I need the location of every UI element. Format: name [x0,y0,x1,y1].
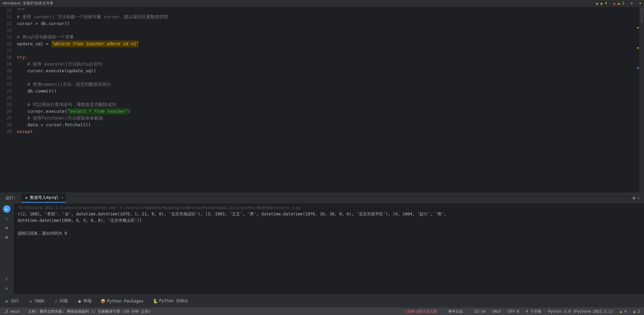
run-exit-line: 进程已结束，退出代码为 0 [18,230,640,237]
code-line-13: cursor = db.cursor() [17,20,627,27]
csdn-label: CSDN·@星川龙无差 [405,309,437,314]
line-number-15: 15 [0,34,11,41]
python-console-btn[interactable]: 🐍 Python 控制台 [151,297,190,305]
csdn-item[interactable]: CSDN·@星川龙无差 [404,309,439,314]
status-warning-count: 4 [624,309,627,314]
python-version-text: Python 3.9 (PyCharm 2021.2.1) [548,309,613,314]
indent-text: 4 个空格 [526,309,541,314]
run-clear-btn[interactable]: ✕ [3,285,10,292]
git-branch-item[interactable]: ⎇ main [3,309,21,314]
line-number-14: 14 [0,27,11,34]
run-minimize-icon[interactable]: — [637,195,640,201]
line-number-22: 22 [0,81,11,88]
run-text: 运行: [5,195,16,201]
line-number-25: 25 [0,101,11,108]
line-ending-text: CRLF [492,309,501,314]
collapse-icon[interactable]: ∧ [630,1,633,5]
code-editor[interactable]: """# 使用 cursor() 方法创建一个游标对象 cursor，默认返回元… [14,7,634,193]
line-numbers-gutter: 11121314151617181920212223242526272829 [0,7,14,193]
code-line-24 [17,95,627,101]
run-grid-btn[interactable]: ⊞ [3,234,10,241]
run-tab-bar: 运行: ● 数据导入mysql × ⚙ — [0,193,644,203]
status-bar-left: ⎇ main 文档: 翻译文档失败: 网络连接超时 // 切换翻译引擎 (38 … [3,309,400,314]
code-line-26: cursor.execute("select * from teacher") [17,108,627,115]
file-breadcrumb: database.安操IF的及文件库 [3,1,53,6]
event-log-item[interactable]: 事件日志 [447,309,464,314]
line-number-27: 27 [0,115,11,122]
code-line-17 [17,47,627,54]
position-item[interactable]: 32:14 [473,309,487,314]
error-icon: ▲ [613,1,616,5]
code-segment: cursor.execute( [17,108,67,115]
run-tab-close-btn[interactable]: × [61,196,63,200]
run-bottom-icon: ▶ [5,299,9,304]
separator-3 [468,309,469,314]
run-up-btn[interactable]: ↑ [3,275,10,283]
problems-icon: ⚠ [54,299,58,304]
warnings-count[interactable]: ▲ ▲ 4 ▲ ▲ 2 ∧ ∨ [596,1,641,5]
status-error-count: 2 [638,309,640,314]
terminal-label: 终端 [83,298,91,304]
python-packages-btn[interactable]: 📦 Python Packages [99,298,145,305]
run-output-line-1: ((2, 1002, '李四', '女', datetime.datetime(… [18,211,640,217]
terminal-icon: ▣ [77,299,82,304]
terminal-btn[interactable]: ▣ 终端 [75,297,93,305]
line-ending-item[interactable]: CRLF [491,309,503,314]
line-number-12: 12 [0,14,11,20]
todo-btn[interactable]: ☑ TODO [26,298,46,305]
indent-item[interactable]: 4 个空格 [525,309,543,314]
run-list-btn[interactable]: ≡ [3,224,10,232]
run-scroll-down-btn[interactable]: ↓ [3,215,10,222]
run-sidebar: ▶ ↓ ≡ ⊞ ↑ ✕ [0,203,14,294]
code-line-20: cursor.execute(update_sql) [17,68,627,74]
code-segment: # 使用 cursor() 方法创建一个游标对象 cursor，默认返回元素数据… [17,14,168,20]
run-play-btn[interactable]: ▶ [3,205,10,213]
run-content: ▶ ↓ ≡ ⊞ ↑ ✕ "D:\PyCharm 2021.2.1\venv\Sc… [0,203,644,294]
expand-icon[interactable]: ∨ [639,1,641,5]
run-settings-icon[interactable]: ⚙ [633,195,635,201]
python-version-item[interactable]: Python 3.9 (PyCharm 2021.2.1) [547,309,614,314]
line-number-28: 28 [0,122,11,128]
notice-text: 文档: 翻译文档失败: 网络连接超时 // 切换翻译引擎 (38 分钟 之前) [28,309,151,314]
line-number-17: 17 [0,47,11,54]
separator-2 [442,309,443,314]
run-output-panel: "D:\PyCharm 2021.2.1\venv\Scripts\python… [14,203,644,294]
packages-label: Python Packages [107,299,143,304]
top-notice-bar: database.安操IF的及文件库 ▲ ▲ 4 ▲ ▲ 2 ∧ ∨ [0,0,644,7]
problems-label: 问题 [60,298,68,304]
line-number-18: 18 [0,54,11,61]
run-tab-active[interactable]: ● 数据导入mysql × [21,193,66,203]
line-number-19: 19 [0,61,11,68]
code-line-18: try: [17,54,627,61]
code-segment: ) [128,108,131,115]
code-line-28: data = cursor.fetchall() [17,122,627,128]
code-line-16: update_sql = "delete from teacher where … [17,41,627,47]
notice-item[interactable]: 文档: 翻译文档失败: 网络连接超时 // 切换翻译引擎 (38 分钟 之前) [27,309,152,314]
code-segment: # 使用 execute()方法执行sql语句 [17,61,102,68]
problems-btn[interactable]: ⚠ 问题 [52,297,70,305]
code-line-14 [17,27,627,34]
event-log-label: 事件日志 [448,309,463,314]
scview-label: SCView [640,8,644,22]
warnings-status-item[interactable]: ▲ 4 ▲ 2 [618,309,641,314]
scrollbar[interactable]: SCView [639,7,644,193]
run-output-line-2: datetime.datetime(1980, 6, 5, 0, 0), '北京… [18,217,640,224]
encoding-item[interactable]: UTF-8 [507,309,520,314]
warning-icon: ▲ [596,1,598,5]
cursor-position: 32:14 [474,309,485,314]
run-bottom-btn[interactable]: ▶ 运行 [3,297,21,305]
bottom-toolbar: ▶ 运行 ☑ TODO ⚠ 问题 ▣ 终端 📦 Python Packages … [0,294,644,308]
status-error-icon: ▲ [633,309,636,314]
code-segment: except [17,128,33,135]
code-line-21 [17,74,627,81]
code-segment: # 使用commit()方法，提交到数据库执行 [17,81,111,88]
separator-1 [24,309,24,314]
code-segment: "select * from teacher" [67,108,128,115]
code-segment: try: [17,54,27,61]
run-command-line: "D:\PyCharm 2021.2.1\venv\Scripts\python… [18,205,640,211]
line-number-26: 26 [0,108,11,115]
line-number-16: 16 [0,41,11,47]
code-segment: update_sql = [17,41,51,47]
code-segment: # 使用fetchone()方法获取单条数据 [17,115,103,122]
line-number-29: 29 [0,128,11,135]
